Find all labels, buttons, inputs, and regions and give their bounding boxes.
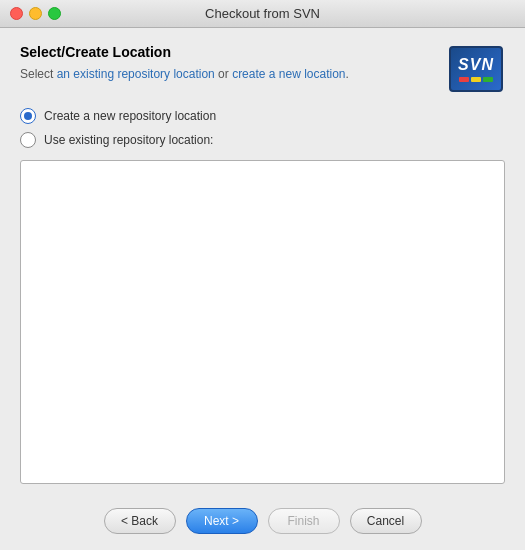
next-button[interactable]: Next > (186, 508, 258, 534)
main-content: Select/Create Location Select an existin… (0, 28, 525, 550)
svn-stripe-green (483, 77, 493, 82)
window-controls[interactable] (10, 7, 61, 20)
title-bar: Checkout from SVN (0, 0, 525, 28)
radio-group: Create a new repository location Use exi… (20, 108, 505, 148)
close-button[interactable] (10, 7, 23, 20)
subtitle-post: . (346, 67, 349, 81)
radio-use-existing-label: Use existing repository location: (44, 133, 213, 147)
page-title: Select/Create Location (20, 44, 437, 60)
header-text: Select/Create Location Select an existin… (20, 44, 437, 83)
subtitle-pre: Select (20, 67, 57, 81)
window-title: Checkout from SVN (205, 6, 320, 21)
create-location-link[interactable]: create a new location (232, 67, 345, 81)
radio-create-new[interactable]: Create a new repository location (20, 108, 505, 124)
radio-use-existing-circle[interactable] (20, 132, 36, 148)
header-section: Select/Create Location Select an existin… (20, 44, 505, 94)
radio-create-new-label: Create a new repository location (44, 109, 216, 123)
back-button[interactable]: < Back (104, 508, 176, 534)
minimize-button[interactable] (29, 7, 42, 20)
header-subtitle: Select an existing repository location o… (20, 66, 437, 83)
repository-list[interactable] (20, 160, 505, 484)
svn-logo-text: SVN (458, 56, 494, 74)
finish-button[interactable]: Finish (268, 508, 340, 534)
svn-stripe-red (459, 77, 469, 82)
svn-logo: SVN (447, 44, 505, 94)
button-bar: < Back Next > Finish Cancel (20, 500, 505, 538)
existing-location-link[interactable]: an existing repository location (57, 67, 215, 81)
radio-create-new-circle[interactable] (20, 108, 36, 124)
maximize-button[interactable] (48, 7, 61, 20)
subtitle-mid: or (215, 67, 232, 81)
svn-stripes (459, 77, 493, 82)
cancel-button[interactable]: Cancel (350, 508, 422, 534)
radio-use-existing[interactable]: Use existing repository location: (20, 132, 505, 148)
svn-logo-inner: SVN (449, 46, 503, 92)
svn-stripe-yellow (471, 77, 481, 82)
